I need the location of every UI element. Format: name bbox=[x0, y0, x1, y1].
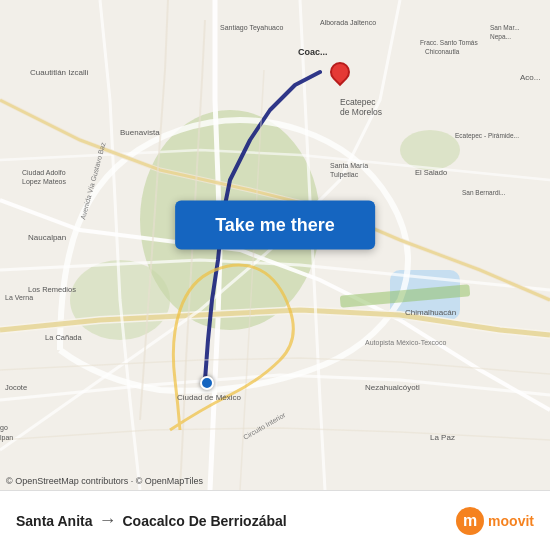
moovit-logo-icon: m bbox=[456, 507, 484, 535]
svg-text:San Mar...: San Mar... bbox=[490, 24, 520, 31]
footer-route: Santa Anita → Coacalco De Berriozábal bbox=[16, 510, 287, 531]
svg-text:Chimalhuacán: Chimalhuacán bbox=[405, 308, 456, 317]
destination-label: Coacalco De Berriozábal bbox=[123, 513, 287, 529]
svg-text:La Verna: La Verna bbox=[5, 294, 33, 301]
svg-text:Cuautitlán Izcalli: Cuautitlán Izcalli bbox=[30, 68, 88, 77]
svg-text:La Paz: La Paz bbox=[430, 433, 455, 442]
svg-text:Circuito Interior: Circuito Interior bbox=[242, 411, 287, 441]
map-attribution: © OpenStreetMap contributors · © OpenMap… bbox=[6, 476, 203, 486]
svg-text:Fracc. Santo Tomás: Fracc. Santo Tomás bbox=[420, 39, 478, 46]
svg-text:La Cañada: La Cañada bbox=[45, 333, 83, 342]
map-container: Cuautitlán Izcalli Buenavista Ciudad Ado… bbox=[0, 0, 550, 490]
footer: Santa Anita → Coacalco De Berriozábal m … bbox=[0, 490, 550, 550]
svg-text:Tulpetlac: Tulpetlac bbox=[330, 171, 359, 179]
svg-text:Lopez Mateos: Lopez Mateos bbox=[22, 178, 66, 186]
moovit-logo: m moovit bbox=[456, 507, 534, 535]
svg-text:Alborada Jaltenco: Alborada Jaltenco bbox=[320, 19, 376, 26]
svg-text:Ecatepec - Pirámide...: Ecatepec - Pirámide... bbox=[455, 132, 519, 140]
svg-text:Nepa...: Nepa... bbox=[490, 33, 511, 41]
svg-text:Santa María: Santa María bbox=[330, 162, 368, 169]
svg-text:Santiago Teyahuaco: Santiago Teyahuaco bbox=[220, 24, 283, 32]
svg-text:go: go bbox=[0, 424, 8, 432]
svg-text:Autopista México-Texcoco: Autopista México-Texcoco bbox=[365, 339, 446, 347]
svg-text:Naucalpan: Naucalpan bbox=[28, 233, 66, 242]
take-me-there-button[interactable]: Take me there bbox=[175, 201, 375, 250]
svg-text:Aco...: Aco... bbox=[520, 73, 540, 82]
svg-text:lpan: lpan bbox=[0, 434, 13, 442]
svg-text:Ciudad Adolfo: Ciudad Adolfo bbox=[22, 169, 66, 176]
svg-text:San Bernardi...: San Bernardi... bbox=[462, 189, 506, 196]
svg-text:Jocote: Jocote bbox=[5, 383, 27, 392]
svg-text:Los Remedios: Los Remedios bbox=[28, 285, 76, 294]
arrow-icon: → bbox=[99, 510, 117, 531]
svg-text:Chiconautla: Chiconautla bbox=[425, 48, 460, 55]
svg-text:de Morelos: de Morelos bbox=[340, 107, 382, 117]
svg-text:Buenavista: Buenavista bbox=[120, 128, 160, 137]
svg-text:Ciudad de México: Ciudad de México bbox=[177, 393, 242, 402]
svg-text:Ecatepec: Ecatepec bbox=[340, 97, 376, 107]
origin-label: Santa Anita bbox=[16, 513, 93, 529]
svg-text:Coac...: Coac... bbox=[298, 47, 328, 57]
origin-dot bbox=[200, 376, 214, 390]
svg-text:Nezahualcóyotl: Nezahualcóyotl bbox=[365, 383, 420, 392]
svg-point-3 bbox=[400, 130, 460, 170]
moovit-brand-name: moovit bbox=[488, 513, 534, 529]
svg-text:El Salado: El Salado bbox=[415, 168, 447, 177]
